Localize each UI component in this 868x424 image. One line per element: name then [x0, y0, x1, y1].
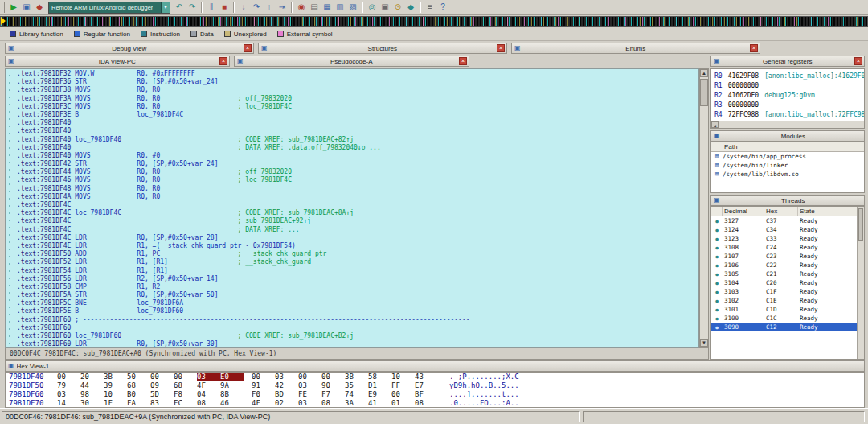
hex-byte[interactable]: 00 — [321, 373, 345, 381]
navigation-band[interactable] — [0, 16, 868, 27]
pseudocode-titlebar[interactable]: ▣ Pseudocode-A × — [234, 56, 469, 67]
disassembly-line[interactable]: .text:7981DF4C ; sub_7981DEAC+92↑j — [17, 217, 470, 225]
threads-column-hex[interactable]: Hex — [764, 207, 798, 216]
thread-row[interactable]: ●3124C34Ready — [711, 225, 864, 234]
hex-byte[interactable]: 68 — [127, 381, 150, 390]
thread-row[interactable]: ●3100C1CReady — [711, 314, 864, 323]
thread-row[interactable]: ●3108C24Ready — [711, 243, 864, 252]
thread-row[interactable]: ●3101C1DReady — [711, 305, 864, 314]
hex-byte[interactable]: FC — [174, 399, 197, 408]
scroll-left-icon[interactable]: ◀ — [711, 121, 719, 128]
hex-byte[interactable]: E7 — [415, 381, 438, 390]
register-row[interactable]: R472FFC988[anon:libc_malloc]:72FFC988 — [714, 110, 864, 120]
watches-icon[interactable]: ▤ — [308, 2, 321, 14]
hex-row[interactable]: 7981DF60039810B05DF8048BF0BDFEF774E900BF… — [6, 390, 864, 399]
disassembly-line[interactable]: .text:7981DF4C — [17, 201, 470, 209]
structures-titlebar[interactable]: ▣ Structures × — [258, 43, 507, 54]
stack-view-icon[interactable]: ▥ — [334, 2, 346, 14]
hex-byte[interactable]: E0 — [220, 373, 244, 381]
hex-byte[interactable]: 08 — [415, 399, 438, 408]
hex-byte[interactable]: 4F — [197, 381, 220, 390]
hex-byte[interactable]: 10 — [391, 373, 415, 381]
ida-view-pc-titlebar[interactable]: ▣ IDA View-PC × — [5, 56, 230, 67]
threads-column-decimal[interactable]: Decimal — [723, 207, 764, 216]
hex-byte[interactable]: 00 — [174, 373, 197, 381]
modules-view-icon[interactable]: ▣ — [379, 2, 391, 14]
modules-path-header[interactable]: Path — [711, 142, 864, 152]
disassembly-line[interactable]: .text:7981DF38 MOVS R0, R0 — [17, 86, 470, 94]
disassembly-line[interactable]: .text:7981DF54 LDR R1, [R1] — [17, 267, 470, 275]
register-row[interactable]: R241662DE0debug125:gDvm — [714, 91, 864, 101]
disassembly-scrollbar[interactable]: ▲ ▼ — [699, 68, 709, 348]
hex-byte[interactable]: 30 — [80, 399, 104, 408]
hex-byte[interactable]: F8 — [174, 390, 197, 399]
step-out-icon[interactable]: ↑ — [263, 2, 276, 14]
disassembly-line[interactable]: .text:7981DF40 ; DATA XREF: .data:off_79… — [17, 144, 470, 152]
thread-row[interactable]: ●3106C22Ready — [711, 261, 864, 270]
disassembly-line[interactable]: .text:7981DF40 — [17, 119, 470, 127]
thread-row[interactable]: ●3090C12Ready — [711, 323, 864, 331]
hex-byte[interactable]: FA — [127, 399, 150, 408]
hex-byte[interactable]: 35 — [345, 381, 368, 390]
hex-byte[interactable]: 03 — [275, 373, 298, 381]
hex-byte[interactable]: 90 — [321, 381, 345, 390]
disassembly-line[interactable]: .text:7981DF60 — [17, 324, 470, 332]
threads-scrollbar[interactable] — [857, 207, 864, 359]
scroll-down-icon[interactable]: ▼ — [700, 339, 708, 347]
thread-row[interactable]: ●3107C23Ready — [711, 252, 864, 261]
hex-byte[interactable]: BD — [275, 390, 298, 399]
hex-byte[interactable]: 42 — [275, 381, 298, 390]
hex-byte[interactable]: 03 — [197, 373, 220, 381]
hex-byte[interactable]: 09 — [150, 381, 174, 390]
hex-byte[interactable]: 5D — [150, 390, 174, 399]
hex-byte[interactable]: 08 — [197, 399, 220, 408]
hex-byte[interactable]: 9A — [220, 381, 244, 390]
hex-byte[interactable]: 41 — [368, 399, 391, 408]
hex-byte[interactable]: 04 — [197, 390, 220, 399]
thread-row[interactable]: ●3127C37Ready — [711, 216, 864, 225]
hex-byte[interactable]: 39 — [104, 381, 127, 390]
hex-byte[interactable]: D1 — [368, 381, 391, 390]
hex-byte[interactable]: 20 — [80, 373, 104, 381]
disassembly-line[interactable]: .text:7981DF3C MOVS R0, R0 ; loc_7981DF4… — [17, 103, 470, 111]
disassembly-line[interactable]: .text:7981DF32 MOV.W R0, #0xFFFFFFFF — [17, 70, 470, 78]
disassembly-line[interactable]: .text:7981DF40 — [17, 127, 470, 135]
close-icon[interactable]: × — [244, 44, 252, 52]
hex-byte[interactable]: E9 — [368, 390, 391, 399]
general-registers-pane[interactable]: R041629F08[anon:libc_malloc]:41629F08R10… — [710, 68, 865, 129]
disassembly-line[interactable]: .text:7981DF4C ; DATA XREF: ... — [17, 226, 470, 234]
disassembly-line[interactable]: .text:7981DF40 MOVS R0, #0 — [17, 152, 470, 160]
disassembly-line[interactable]: .text:7981DF5E B loc_7981DF60 — [17, 307, 470, 315]
hex-byte[interactable]: 08 — [321, 399, 345, 408]
disassembly-line[interactable]: .text:7981DF48 MOVS R0, R0 — [17, 185, 470, 193]
scrollbar-thumb[interactable] — [858, 208, 863, 241]
thread-row[interactable]: ●3104C20Ready — [711, 278, 864, 287]
debugger-select[interactable]: Remote ARM Linux/Android debugger ▾ — [48, 2, 170, 14]
hex-byte[interactable]: 3B — [345, 373, 368, 381]
chevron-down-icon[interactable]: ▾ — [161, 2, 170, 13]
hex-byte[interactable]: 4F — [252, 399, 275, 408]
hex-byte[interactable]: 03 — [298, 399, 321, 408]
hex-byte[interactable]: 02 — [275, 399, 298, 408]
hex-byte[interactable]: 91 — [252, 381, 275, 390]
hex-byte[interactable]: 46 — [220, 399, 244, 408]
hex-byte[interactable]: 03 — [298, 381, 321, 390]
hex-byte[interactable]: 00 — [150, 373, 174, 381]
enums-titlebar[interactable]: ▣ Enums × — [511, 43, 760, 54]
hex-byte[interactable]: 1F — [104, 399, 127, 408]
register-row[interactable]: R100000000 — [714, 81, 864, 91]
scroll-up-icon[interactable]: ▲ — [700, 69, 708, 77]
hex-byte[interactable]: 00 — [252, 373, 275, 381]
step-over-icon[interactable]: ↷ — [250, 2, 263, 14]
threads-titlebar[interactable]: ▣ Threads — [710, 195, 865, 206]
hex-byte[interactable]: 3A — [345, 399, 368, 408]
disassembly-line[interactable]: .text:7981DF3A MOVS R0, R0 ; off_7983202… — [17, 95, 470, 103]
close-icon[interactable]: × — [854, 57, 862, 65]
attach-process-icon[interactable]: ▣ — [20, 2, 33, 14]
modules-titlebar[interactable]: ▣ Modules — [710, 130, 865, 142]
disassembly-line[interactable]: .text:7981DF56 LDR R2, [SP,#0x50+var_14] — [17, 275, 470, 283]
disassembly-line[interactable]: .text:7981DF42 STR R0, [SP,#0x50+var_24] — [17, 160, 470, 168]
hex-byte[interactable]: 44 — [80, 381, 104, 390]
close-icon[interactable]: × — [750, 44, 758, 52]
disassembly-line[interactable]: .text:7981DF5A STR R0, [SP,#0x50+var_50] — [17, 291, 470, 299]
